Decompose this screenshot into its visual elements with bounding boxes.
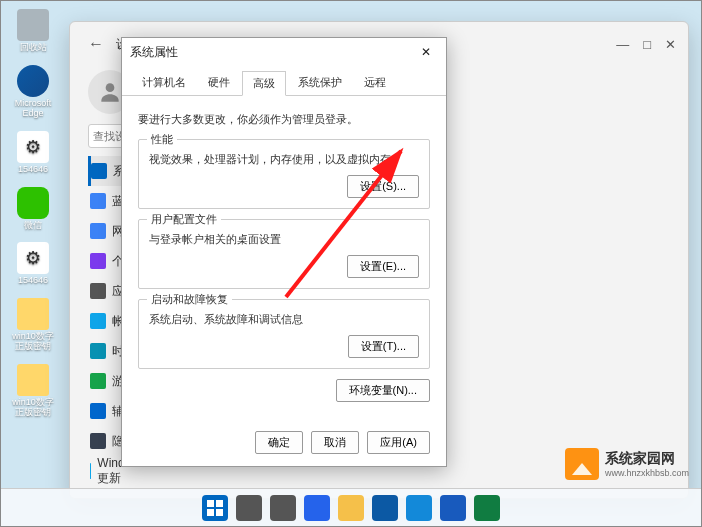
taskbar-search-icon[interactable] bbox=[236, 495, 262, 521]
tab-3[interactable]: 系统保护 bbox=[288, 71, 352, 96]
group-2: 启动和故障恢复系统启动、系统故障和调试信息设置(T)... bbox=[138, 299, 430, 369]
nav-icon bbox=[90, 403, 106, 419]
cog-icon: ⚙ bbox=[17, 131, 49, 163]
watermark: 系统家园网 www.hnzxkhbsb.com bbox=[565, 448, 689, 480]
group-desc: 系统启动、系统故障和调试信息 bbox=[149, 312, 419, 327]
dialog-body: 要进行大多数更改，你必须作为管理员登录。 性能视觉效果，处理器计划，内存使用，以… bbox=[122, 96, 446, 412]
nav-icon bbox=[90, 433, 106, 449]
taskbar-edge-icon[interactable] bbox=[372, 495, 398, 521]
folder-icon bbox=[17, 364, 49, 396]
admin-note: 要进行大多数更改，你必须作为管理员登录。 bbox=[138, 112, 430, 127]
tab-4[interactable]: 远程 bbox=[354, 71, 396, 96]
nav-icon bbox=[90, 313, 106, 329]
desktop-icon[interactable]: ⚙154646 bbox=[9, 131, 57, 175]
desktop-icon-label: 154646 bbox=[18, 165, 48, 175]
group-1: 用户配置文件与登录帐户相关的桌面设置设置(E)... bbox=[138, 219, 430, 289]
watermark-url: www.hnzxkhbsb.com bbox=[605, 468, 689, 478]
nav-icon bbox=[90, 193, 106, 209]
desktop-icon[interactable]: 微信 bbox=[9, 187, 57, 231]
edge-icon bbox=[17, 65, 49, 97]
desktop-icons: 回收站Microsoft Edge⚙154646微信⚙154646win10数字… bbox=[9, 9, 57, 430]
bin-icon bbox=[17, 9, 49, 41]
dialog-close-button[interactable]: ✕ bbox=[414, 40, 438, 64]
maximize-button[interactable]: □ bbox=[643, 37, 651, 52]
svg-point-0 bbox=[106, 83, 115, 92]
desktop-icon[interactable]: 回收站 bbox=[9, 9, 57, 53]
tab-1[interactable]: 硬件 bbox=[198, 71, 240, 96]
dialog-titlebar: 系统属性 ✕ bbox=[122, 38, 446, 66]
env-vars-button[interactable]: 环境变量(N)... bbox=[336, 379, 430, 402]
group-settings-button-2[interactable]: 设置(T)... bbox=[348, 335, 419, 358]
taskbar-start-icon[interactable] bbox=[202, 495, 228, 521]
close-button[interactable]: ✕ bbox=[665, 37, 676, 52]
nav-icon bbox=[90, 373, 106, 389]
group-settings-button-0[interactable]: 设置(S)... bbox=[347, 175, 419, 198]
desktop-icon[interactable]: Microsoft Edge bbox=[9, 65, 57, 119]
desktop-icon[interactable]: win10数字正版密钥 bbox=[9, 364, 57, 418]
taskbar-widgets-icon[interactable] bbox=[304, 495, 330, 521]
desktop-icon-label: 微信 bbox=[24, 221, 42, 231]
svg-rect-3 bbox=[216, 500, 223, 507]
cancel-button[interactable]: 取消 bbox=[311, 431, 359, 454]
group-desc: 与登录帐户相关的桌面设置 bbox=[149, 232, 419, 247]
cog-icon: ⚙ bbox=[17, 242, 49, 274]
desktop-icon-label: win10数字正版密钥 bbox=[9, 398, 57, 418]
svg-rect-5 bbox=[216, 509, 223, 516]
group-settings-button-1[interactable]: 设置(E)... bbox=[347, 255, 419, 278]
group-0: 性能视觉效果，处理器计划，内存使用，以及虚拟内存设置(S)... bbox=[138, 139, 430, 209]
window-controls: — □ ✕ bbox=[616, 37, 676, 52]
nav-icon bbox=[90, 463, 91, 479]
dialog-title: 系统属性 bbox=[130, 44, 178, 61]
desktop-icon-label: Microsoft Edge bbox=[9, 99, 57, 119]
ok-button[interactable]: 确定 bbox=[255, 431, 303, 454]
group-title: 启动和故障恢复 bbox=[147, 292, 232, 307]
nav-icon bbox=[90, 283, 106, 299]
watermark-logo-icon bbox=[565, 448, 599, 480]
desktop-icon-label: 回收站 bbox=[20, 43, 47, 53]
nav-icon bbox=[90, 343, 106, 359]
back-button[interactable]: ← bbox=[82, 30, 110, 58]
wx-icon bbox=[17, 187, 49, 219]
desktop-icon-label: win10数字正版密钥 bbox=[9, 332, 57, 352]
group-desc: 视觉效果，处理器计划，内存使用，以及虚拟内存 bbox=[149, 152, 419, 167]
taskbar-excel-icon[interactable] bbox=[474, 495, 500, 521]
taskbar-store-icon[interactable] bbox=[406, 495, 432, 521]
svg-rect-2 bbox=[207, 500, 214, 507]
tab-0[interactable]: 计算机名 bbox=[132, 71, 196, 96]
tab-2[interactable]: 高级 bbox=[242, 71, 286, 96]
dialog-footer: 确定 取消 应用(A) bbox=[255, 431, 430, 454]
apply-button[interactable]: 应用(A) bbox=[367, 431, 430, 454]
desktop-icon-label: 154646 bbox=[18, 276, 48, 286]
dialog-tabs: 计算机名硬件高级系统保护远程 bbox=[122, 66, 446, 96]
desktop-icon[interactable]: win10数字正版密钥 bbox=[9, 298, 57, 352]
nav-icon bbox=[90, 223, 106, 239]
nav-icon bbox=[91, 163, 107, 179]
taskbar-explorer-icon[interactable] bbox=[338, 495, 364, 521]
watermark-name: 系统家园网 bbox=[605, 450, 689, 468]
nav-icon bbox=[90, 253, 106, 269]
taskbar bbox=[1, 488, 701, 526]
desktop-icon[interactable]: ⚙154646 bbox=[9, 242, 57, 286]
taskbar-tasks-icon[interactable] bbox=[270, 495, 296, 521]
taskbar-word-icon[interactable] bbox=[440, 495, 466, 521]
minimize-button[interactable]: — bbox=[616, 37, 629, 52]
folder-icon bbox=[17, 298, 49, 330]
system-properties-dialog: 系统属性 ✕ 计算机名硬件高级系统保护远程 要进行大多数更改，你必须作为管理员登… bbox=[121, 37, 447, 467]
group-title: 性能 bbox=[147, 132, 177, 147]
svg-rect-4 bbox=[207, 509, 214, 516]
group-title: 用户配置文件 bbox=[147, 212, 221, 227]
